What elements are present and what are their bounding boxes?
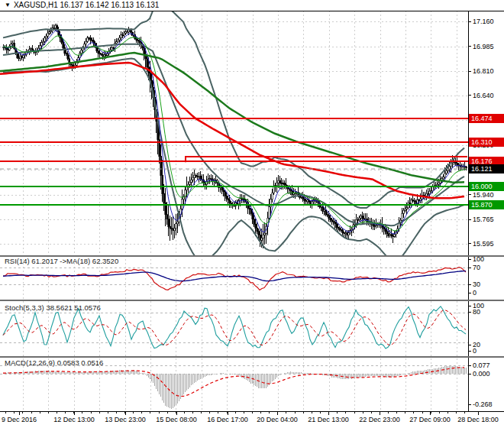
bollinger-upper-line	[3, 7, 464, 208]
rsi-pane[interactable]	[0, 268, 468, 290]
chart-canvas[interactable]	[0, 0, 504, 428]
macd-signal-line	[3, 368, 464, 397]
slow-ma-green-line	[0, 53, 464, 183]
grid-lines	[0, 11, 468, 411]
slow-ma-red-line	[0, 63, 464, 198]
main-price-pane[interactable]	[0, 7, 468, 261]
bollinger-lower-line	[3, 59, 464, 261]
candles	[3, 24, 467, 248]
rsi-line	[3, 268, 466, 290]
stochastic-pane[interactable]	[0, 306, 468, 349]
macd-pane[interactable]	[0, 365, 468, 409]
mt4-chart-window: ▼XAGUSD,H1 16.137 16.142 16.113 16.131 R…	[0, 0, 504, 428]
stoch-d-line	[3, 310, 466, 345]
rsi-ma-line	[3, 271, 466, 281]
